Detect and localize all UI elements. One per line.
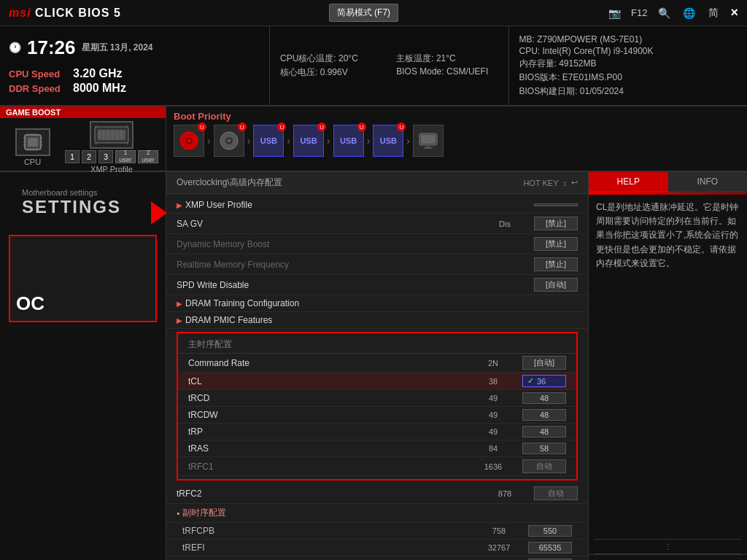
xmp-profile-3[interactable]: 3 xyxy=(98,150,113,163)
secondary-collapse-icon[interactable]: ▪ xyxy=(177,508,179,518)
xmp-user-profile-item[interactable]: ▶ XMP User Profile xyxy=(166,197,588,214)
mb-temp: 主板温度: 21°C xyxy=(396,52,498,65)
search-icon[interactable]: 🔍 xyxy=(656,5,672,21)
trcdw-item[interactable]: tRCDW 49 48 xyxy=(178,407,576,424)
sa-gv-item[interactable]: SA GV Dis [禁止] xyxy=(166,214,588,234)
settings-list: ▶ XMP User Profile SA GV Dis [禁止] Dynami… xyxy=(166,194,588,560)
tcl-input-val: 36 xyxy=(537,377,546,386)
boot-priority-section: Boot Priority U › U › U USB › U USB › xyxy=(166,106,747,171)
hotkey-section: HOT KEY ↕ ↩ xyxy=(523,178,578,187)
trp-item[interactable]: tRP 49 48 xyxy=(178,424,576,440)
sys-info-right: MB: Z790MPOWER (MS-7E01) CPU: Intel(R) C… xyxy=(509,26,748,105)
f12-label: F12 xyxy=(631,7,647,18)
sa-gv-label: SA GV xyxy=(177,219,476,229)
game-boost-section: GAME BOOST CPU 1 2 3 1user 2user xyxy=(0,106,166,171)
trcdw-label: tRCDW xyxy=(188,410,464,420)
boot-item-usb3[interactable]: U USB xyxy=(333,125,364,157)
close-button[interactable]: × xyxy=(730,5,738,20)
dram-training-item[interactable]: ▶ DRAM Training Configuration xyxy=(166,295,588,312)
easy-mode-button[interactable]: 简易模式 (F7) xyxy=(329,4,398,22)
top-center: 简易模式 (F7) xyxy=(329,4,398,22)
trfc1-item[interactable]: tRFC1 1636 自动 xyxy=(178,457,576,476)
help-tab[interactable]: HELP xyxy=(589,172,668,192)
dynamic-memory-boost-tag: [禁止] xyxy=(534,237,578,251)
trefi-item[interactable]: tREFI 32767 65535 xyxy=(166,540,588,556)
xmp-user-profile-tag xyxy=(534,203,578,206)
center-content: Overclocking\高级内存配置 HOT KEY ↕ ↩ ▶ XMP Us… xyxy=(166,172,588,560)
settings-nav-item[interactable]: Motherboard settings SETTINGS xyxy=(10,179,155,226)
tras-item[interactable]: tRAS 84 58 xyxy=(178,440,576,457)
trfcpb-item[interactable]: tRFCPB 758 550 xyxy=(166,523,588,540)
twr-item[interactable]: tWR 118 48 xyxy=(166,556,588,560)
trfcpb-tag: 550 xyxy=(528,525,572,537)
trcdw-tag: 48 xyxy=(522,409,566,421)
info-tab[interactable]: INFO xyxy=(668,172,748,192)
breadcrumb: Overclocking\高级内存配置 xyxy=(177,176,282,189)
svg-rect-35 xyxy=(421,135,436,144)
tras-tag: 58 xyxy=(522,443,566,454)
boot-item-usb2[interactable]: U USB xyxy=(293,125,324,157)
trfc2-item[interactable]: tRFC2 878 自动 xyxy=(166,483,588,504)
spd-write-item[interactable]: SPD Write Disable [自动] xyxy=(166,275,588,295)
cpu-speed-row: CPU Speed 3.20 GHz xyxy=(9,67,260,80)
trfcpb-label: tRFCPB xyxy=(182,526,470,536)
boot-item-hdd[interactable]: U xyxy=(174,125,204,157)
boot-item-usb1[interactable]: U USB xyxy=(253,125,284,157)
dram-pmic-item[interactable]: ▶ DRAM PMIC Features xyxy=(166,312,588,329)
svg-rect-36 xyxy=(426,145,430,147)
dynamic-memory-boost-item[interactable]: Dynamic Memory Boost [禁止] xyxy=(166,234,588,254)
trcd-item[interactable]: tRCD 49 48 xyxy=(178,390,576,407)
boost-cpu[interactable]: CPU xyxy=(7,128,58,166)
trefi-val: 32767 xyxy=(470,543,528,552)
arrow-indicator xyxy=(151,201,167,225)
svg-rect-37 xyxy=(424,147,433,149)
settings-big-label: SETTINGS xyxy=(22,197,144,217)
panel-tabs: HELP INFO xyxy=(589,172,747,192)
trfcpb-val: 758 xyxy=(470,526,528,535)
xmp-profile-1[interactable]: 1 xyxy=(65,150,80,163)
language-icon[interactable]: 🌐 xyxy=(681,5,697,21)
sa-gv-val: Dis xyxy=(476,219,534,228)
boot-item-cd[interactable]: U xyxy=(214,125,244,157)
tcl-item[interactable]: tCL 38 ✓ 36 xyxy=(178,373,576,390)
speed-info: CPU Speed 3.20 GHz DDR Speed 8000 MHz xyxy=(9,67,260,95)
realtime-memory-item[interactable]: Realtime Memory Frequency [禁止] xyxy=(166,254,588,275)
realtime-memory-label: Realtime Memory Frequency xyxy=(177,260,476,270)
main-layout: Motherboard settings SETTINGS OC Use USB… xyxy=(0,172,747,560)
settings-small-label: Motherboard settings xyxy=(22,188,144,197)
xmp-user-1[interactable]: 1user xyxy=(115,150,136,163)
secondary-timing-label: 副时序配置 xyxy=(182,507,226,519)
command-rate-label: Command Rate xyxy=(188,358,464,368)
trfc1-label: tRFC1 xyxy=(188,462,464,472)
settings-section: Motherboard settings SETTINGS xyxy=(0,172,166,229)
cpu-speed-label: CPU Speed xyxy=(9,69,67,79)
screenshot-icon[interactable]: 📷 xyxy=(606,5,622,21)
dram-training-label: DRAM Training Configuration xyxy=(185,298,578,308)
xmp-user-2[interactable]: 2user xyxy=(138,150,158,163)
dram-pmic-label: DRAM PMIC Features xyxy=(185,315,578,325)
trfc2-tag: 自动 xyxy=(534,486,578,500)
command-rate-item[interactable]: Command Rate 2N [自动] xyxy=(178,354,576,373)
core-voltage: 核心电压: 0.996V xyxy=(280,66,382,79)
hotkey-icon[interactable]: ↕ xyxy=(563,179,568,187)
tcl-label: tCL xyxy=(188,376,464,386)
trcd-val: 49 xyxy=(464,394,522,402)
mb-model: MB: Z790MPOWER (MS-7E01) xyxy=(519,34,738,44)
checkmark-icon: ✓ xyxy=(527,376,534,386)
time-section: 🕐 17:26 星期五 13月, 2024 CPU Speed 3.20 GHz… xyxy=(0,26,270,105)
cpu-label: CPU xyxy=(24,158,41,166)
trfc2-val: 878 xyxy=(476,489,534,498)
back-icon[interactable]: ↩ xyxy=(571,178,578,187)
lang-char-icon[interactable]: 简 xyxy=(705,5,721,21)
sys-info-left: CPU核心温度: 20°C 主板温度: 21°C 核心电压: 0.996V BI… xyxy=(270,26,509,105)
tcl-tag[interactable]: ✓ 36 xyxy=(522,375,566,387)
boot-item-usb4[interactable]: U USB xyxy=(373,125,403,157)
ddr-speed-row: DDR Speed 8000 MHz xyxy=(9,82,260,95)
tras-label: tRAS xyxy=(188,443,464,454)
boot-item-monitor[interactable] xyxy=(413,125,444,157)
xmp-profile-2[interactable]: 2 xyxy=(82,150,96,163)
spd-write-tag: [自动] xyxy=(534,278,578,292)
oc-nav-item[interactable]: OC xyxy=(9,235,157,322)
tcl-val: 38 xyxy=(464,377,522,386)
hotkey-label: HOT KEY xyxy=(523,179,558,187)
